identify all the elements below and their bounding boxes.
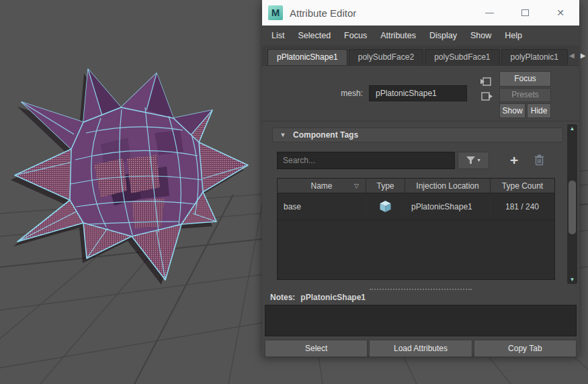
footer-button-bar: Select Load Attributes Copy Tab <box>262 336 579 357</box>
column-header-type-count[interactable]: Type Count <box>491 179 554 193</box>
presets-button[interactable]: Presets <box>499 88 551 102</box>
menu-focus[interactable]: Focus <box>337 26 374 46</box>
attributes-scroll-area: ▼ Component Tags ▾ + <box>262 121 579 287</box>
tab-polyplatonic1[interactable]: polyPlatonic1 <box>501 49 568 65</box>
menu-show[interactable]: Show <box>464 26 498 46</box>
tab-polysubdface1[interactable]: polySubdFace1 <box>425 49 499 65</box>
tag-name-cell: base <box>278 193 366 220</box>
scroll-up-icon[interactable]: ▲ <box>567 126 577 132</box>
table-row[interactable]: base pPlatonicShape1 181 / 240 <box>278 193 554 220</box>
notes-splitter-handle[interactable] <box>262 287 579 291</box>
menu-help[interactable]: Help <box>498 26 529 46</box>
tag-type-cell <box>366 193 405 220</box>
show-output-connections-icon[interactable] <box>480 91 493 102</box>
cube-icon <box>379 200 392 213</box>
column-header-type[interactable]: Type <box>366 179 405 193</box>
table-header-row: Name ▽ Type Injection Location Type Coun… <box>278 179 554 193</box>
attribute-editor-window: M Attribute Editor ✕ List Selected Focus… <box>262 0 579 355</box>
show-input-connections-icon[interactable] <box>480 77 493 87</box>
funnel-icon <box>466 156 475 164</box>
maximize-icon[interactable] <box>519 7 530 18</box>
menu-selected[interactable]: Selected <box>291 26 337 46</box>
title-bar[interactable]: M Attribute Editor ✕ <box>262 0 579 26</box>
tab-pplatonicshape1[interactable]: pPlatonicShape1 <box>267 49 347 65</box>
menu-bar: List Selected Focus Attributes Display S… <box>262 26 579 46</box>
filter-caret-icon: ▾ <box>477 157 480 163</box>
tab-scroll-left-icon[interactable]: ◀ <box>569 52 575 59</box>
show-button[interactable]: Show <box>499 103 526 118</box>
sort-icon: ▽ <box>354 183 359 189</box>
mesh-name-field[interactable]: pPlatonicShape1 <box>369 85 467 101</box>
node-tab-bar: pPlatonicShape1 polySubdFace2 polySubdFa… <box>262 46 579 66</box>
vertical-scrollbar[interactable]: ▲ ▼ <box>567 124 577 284</box>
notes-label: Notes: <box>270 293 295 302</box>
maya-app-icon: M <box>268 5 283 20</box>
window-title: Attribute Editor <box>290 7 356 19</box>
tab-scroll-right-icon[interactable]: ▶ <box>581 52 586 59</box>
mesh-field-label: mesh: <box>262 89 363 98</box>
scrollbar-thumb[interactable] <box>569 181 576 234</box>
scroll-down-icon[interactable]: ▼ <box>567 277 577 283</box>
menu-display[interactable]: Display <box>423 26 464 46</box>
add-tag-icon[interactable]: + <box>510 154 518 167</box>
menu-list[interactable]: List <box>265 26 291 46</box>
select-button[interactable]: Select <box>265 340 368 357</box>
focus-button[interactable]: Focus <box>499 71 551 87</box>
component-tags-section-header[interactable]: ▼ Component Tags <box>272 128 563 142</box>
notes-node-name: pPlatonicShape1 <box>300 293 366 302</box>
component-tags-table: Name ▽ Type Injection Location Type Coun… <box>277 178 555 280</box>
load-attributes-button[interactable]: Load Attributes <box>369 340 472 357</box>
collapse-arrow-icon[interactable]: ▼ <box>273 132 293 138</box>
menu-attributes[interactable]: Attributes <box>374 26 423 46</box>
close-icon[interactable]: ✕ <box>555 7 566 18</box>
section-title: Component Tags <box>293 130 358 140</box>
column-header-name[interactable]: Name ▽ <box>278 179 366 193</box>
copy-tab-button[interactable]: Copy Tab <box>474 340 577 357</box>
tab-polysubdface2[interactable]: polySubdFace2 <box>349 49 423 65</box>
tag-count-cell: 181 / 240 <box>491 193 554 220</box>
node-header: mesh: pPlatonicShape1 Focus Presets Show… <box>262 66 579 121</box>
filter-button[interactable]: ▾ <box>458 152 489 169</box>
minimize-icon[interactable] <box>484 7 495 18</box>
scene-object-pplatonic[interactable] <box>11 69 248 285</box>
table-empty-area <box>278 220 554 279</box>
notes-textarea[interactable] <box>265 305 577 336</box>
hide-button[interactable]: Hide <box>527 103 551 118</box>
column-header-injection-location[interactable]: Injection Location <box>405 179 491 193</box>
search-input[interactable] <box>277 152 455 169</box>
tag-location-cell: pPlatonicShape1 <box>405 193 491 220</box>
delete-tag-icon[interactable] <box>534 154 544 166</box>
